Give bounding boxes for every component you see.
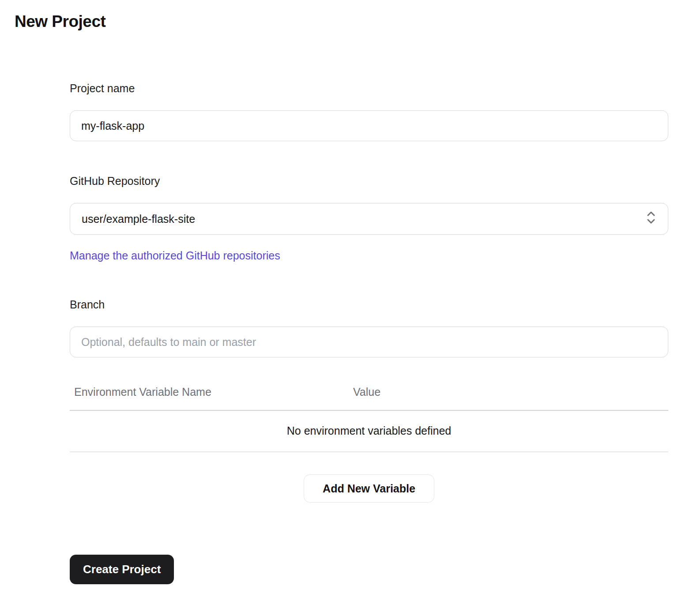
chevron-up-down-icon [646,210,656,228]
project-name-input[interactable] [70,110,668,141]
env-table-header-row: Environment Variable Name Value [70,386,668,411]
manage-repositories-link[interactable]: Manage the authorized GitHub repositorie… [70,249,280,262]
github-repository-selected-value: user/example-flask-site [82,213,195,225]
github-repository-select[interactable]: user/example-flask-site [70,203,668,235]
project-name-label: Project name [70,82,668,95]
env-empty-message: No environment variables defined [70,411,668,452]
page-title: New Project [15,12,693,31]
new-project-form: Project name GitHub Repository user/exam… [70,82,668,584]
env-column-header-value: Value [353,386,380,398]
branch-input[interactable] [70,327,668,357]
branch-label: Branch [70,298,668,311]
env-column-header-name: Environment Variable Name [74,386,353,398]
create-project-button[interactable]: Create Project [70,555,174,584]
github-repository-label: GitHub Repository [70,175,668,188]
env-variables-table: Environment Variable Name Value No envir… [70,386,668,452]
add-new-variable-button[interactable]: Add New Variable [304,474,434,503]
